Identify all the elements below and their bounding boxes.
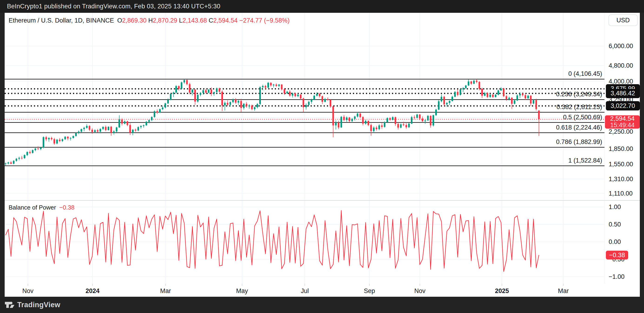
candle-body-down	[227, 103, 228, 105]
candle-body-up	[72, 136, 74, 138]
candle-body-up	[108, 127, 109, 130]
candle-body-down	[127, 122, 128, 125]
candle-body-up	[140, 126, 142, 127]
candle-body-up	[438, 101, 440, 110]
indicator-tick-label[interactable]: 0.50	[609, 221, 621, 228]
candle-body-up	[440, 97, 442, 102]
time-tick-label[interactable]: 2025	[495, 288, 509, 295]
candle-body-up	[243, 104, 244, 108]
candle-body-down	[194, 90, 196, 102]
candle-body-up	[138, 127, 139, 131]
indicator-tick-label[interactable]: −1.00	[609, 273, 624, 280]
candle-body-up	[416, 115, 418, 118]
candle-body-down	[406, 125, 407, 127]
time-tick-label[interactable]: Mar	[558, 288, 569, 295]
time-tick-label[interactable]: Jul	[301, 288, 309, 295]
price-tick-label[interactable]: 2,250.00	[609, 128, 633, 135]
price-tick-label[interactable]: 1,310.00	[609, 176, 633, 182]
candle-body-down	[538, 110, 540, 119]
candle-body-up	[172, 92, 174, 94]
time-tick-label[interactable]: Nov	[414, 288, 426, 295]
candle-body-up	[435, 110, 437, 115]
candle-body-up	[400, 124, 402, 128]
candle-body-down	[394, 117, 396, 124]
candle-body-up	[259, 87, 261, 104]
ohlc-value: 2,594.54	[213, 17, 240, 24]
candle-body-up	[159, 109, 161, 112]
candle-body-down	[370, 125, 372, 131]
candle-body-down	[511, 98, 513, 104]
ohlc-value: 2,869.30	[122, 17, 148, 24]
tradingview-brand[interactable]: TradingView	[5, 300, 60, 310]
candle-body-down	[414, 117, 415, 118]
candle-body-up	[305, 105, 307, 107]
tradingview-published-chart: BeInCrypto1 published on TradingView.com…	[0, 0, 644, 313]
candle-body-up	[200, 93, 201, 95]
candle-body-down	[319, 94, 320, 96]
candle-body-up	[143, 125, 144, 126]
candle-body-up	[148, 120, 150, 122]
candle-body-down	[51, 138, 52, 139]
candle-body-down	[330, 100, 331, 106]
candle-body-up	[132, 130, 134, 133]
price-tick-label[interactable]: 4,000.00	[609, 78, 633, 85]
candle-body-up	[351, 119, 353, 121]
candle-body-up	[473, 81, 475, 84]
candle-body-up	[500, 88, 502, 90]
candle-body-up	[498, 90, 499, 95]
candle-body-up	[113, 132, 114, 133]
symbol-title[interactable]: Ethereum / U.S. Dollar, 1D, BINANCE	[8, 17, 114, 24]
candle-body-down	[21, 158, 22, 158]
candle-body-down	[481, 89, 483, 96]
candle-body-up	[357, 114, 358, 116]
candle-body-up	[81, 129, 82, 132]
time-tick-label[interactable]: Sep	[364, 288, 375, 295]
candle-body-down	[422, 118, 423, 121]
candle-body-down	[235, 100, 236, 102]
indicator-tick-label[interactable]: 0.00	[609, 238, 621, 245]
indicator-tick-label[interactable]: 1.00	[609, 204, 621, 210]
candle-body-up	[316, 94, 318, 96]
candle-body-down	[105, 127, 106, 130]
price-tick-label[interactable]: 6,000.00	[609, 42, 633, 50]
candle-body-up	[224, 103, 226, 105]
indicator-name[interactable]: Balance of Power	[8, 204, 56, 211]
candle-body-up	[465, 86, 466, 88]
last-price-value: 2,594.54	[610, 115, 634, 122]
candle-body-down	[205, 90, 207, 93]
candle-body-up	[75, 133, 77, 136]
candle-body-down	[476, 81, 478, 82]
candle-body-down	[300, 95, 302, 98]
candle-body-down	[522, 94, 524, 95]
time-tick-label[interactable]: May	[236, 288, 248, 295]
time-tick-label[interactable]: Mar	[160, 288, 171, 295]
candle-body-up	[340, 117, 342, 128]
candle-body-down	[240, 101, 242, 108]
price-tick-label[interactable]: 1,550.00	[609, 161, 633, 168]
candle-body-up	[262, 86, 264, 88]
time-tick-label[interactable]: 2024	[86, 288, 100, 295]
candle-body-up	[16, 158, 17, 161]
candle-body-down	[368, 121, 369, 125]
candle-body-down	[403, 124, 404, 125]
chart-canvas[interactable]	[5, 13, 640, 297]
price-tick-label[interactable]: 1,850.00	[609, 145, 633, 152]
candle-body-down	[503, 88, 504, 96]
candle-body-down	[492, 95, 494, 97]
candle-body-up	[118, 120, 120, 128]
candle-body-up	[335, 122, 337, 125]
candle-body-up	[5, 164, 6, 164]
candle-body-up	[424, 120, 426, 121]
candle-body-down	[221, 92, 223, 105]
currency-toggle-button[interactable]: USD	[608, 14, 638, 26]
candle-body-down	[524, 95, 526, 98]
price-tick-label[interactable]: 1,110.00	[609, 190, 632, 197]
price-tick-label[interactable]: 4,800.00	[609, 62, 633, 69]
candle-body-up	[146, 122, 147, 125]
time-tick-label[interactable]: Nov	[22, 288, 34, 295]
candle-body-down	[478, 82, 480, 88]
candle-body-down	[419, 115, 420, 118]
candle-body-up	[297, 95, 299, 96]
candle-body-down	[37, 148, 39, 149]
candle-body-up	[151, 117, 152, 120]
